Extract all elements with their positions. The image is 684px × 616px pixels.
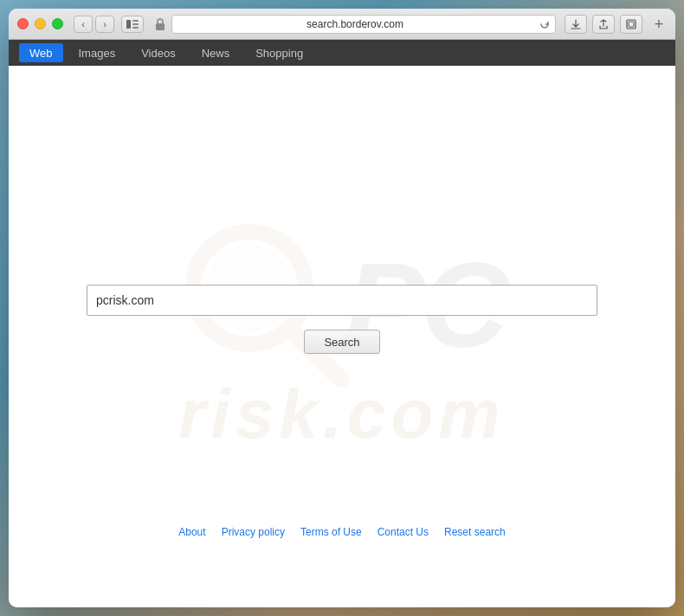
fullscreen-button[interactable]	[620, 15, 642, 34]
refresh-button[interactable]	[537, 16, 552, 32]
fullscreen-icon	[626, 19, 636, 29]
sidebar-toggle-button[interactable]	[121, 16, 144, 33]
navbar: Web Images Videos News Shopping	[9, 40, 675, 66]
plus-icon: +	[655, 16, 664, 32]
url-input[interactable]	[171, 15, 556, 34]
sidebar-icon	[126, 19, 139, 29]
svg-rect-0	[126, 20, 131, 29]
new-tab-button[interactable]: +	[651, 16, 667, 32]
tab-web[interactable]: Web	[19, 43, 63, 62]
reset-link[interactable]: Reset search	[444, 526, 506, 538]
maximize-button[interactable]	[52, 18, 63, 29]
forward-button[interactable]: ›	[95, 16, 114, 33]
lock-icon	[152, 16, 168, 33]
back-button[interactable]: ‹	[74, 16, 93, 33]
main-content: PC risk.com Search About Privacy policy …	[9, 66, 675, 607]
share-icon	[598, 19, 609, 29]
refresh-icon	[539, 19, 550, 29]
svg-rect-4	[156, 23, 165, 30]
footer-links: About Privacy policy Terms of Use Contac…	[178, 526, 505, 538]
nav-arrows: ‹ ›	[74, 16, 114, 33]
search-section: Search	[87, 285, 597, 354]
search-button[interactable]: Search	[304, 330, 379, 354]
address-bar-container	[152, 15, 556, 34]
share-button[interactable]	[592, 15, 615, 34]
browser-window: ‹ ›	[9, 9, 675, 607]
traffic-lights	[17, 18, 63, 29]
forward-icon: ›	[103, 19, 106, 29]
svg-rect-1	[132, 20, 139, 22]
tab-news[interactable]: News	[191, 43, 241, 62]
privacy-link[interactable]: Privacy policy	[222, 526, 285, 538]
back-icon: ‹	[81, 19, 85, 29]
tab-videos[interactable]: Videos	[131, 43, 186, 62]
download-button[interactable]	[565, 15, 587, 34]
search-input[interactable]	[87, 285, 597, 316]
download-icon	[571, 19, 581, 29]
svg-rect-2	[132, 23, 139, 25]
titlebar: ‹ ›	[9, 9, 675, 40]
contact-link[interactable]: Contact Us	[377, 526, 429, 538]
minimize-button[interactable]	[35, 18, 46, 29]
about-link[interactable]: About	[178, 526, 205, 538]
terms-link[interactable]: Terms of Use	[300, 526, 362, 538]
toolbar-right: +	[565, 15, 667, 34]
tab-shopping[interactable]: Shopping	[245, 43, 313, 62]
tab-images[interactable]: Images	[68, 43, 126, 62]
close-button[interactable]	[17, 18, 29, 29]
svg-rect-6	[629, 22, 634, 27]
svg-rect-3	[132, 27, 139, 29]
